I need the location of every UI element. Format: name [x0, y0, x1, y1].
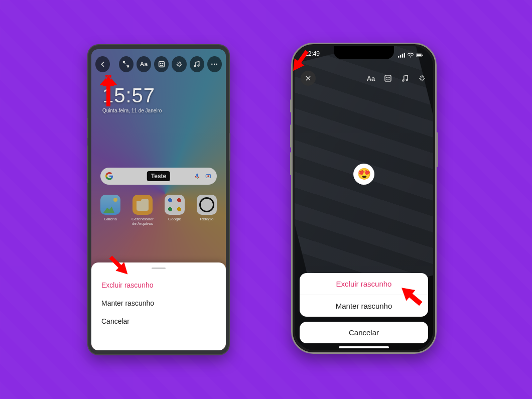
emoji-sticker[interactable]: 😍	[353, 164, 374, 185]
battery-icon	[416, 52, 423, 58]
google-search-bar[interactable]: Teste	[100, 168, 217, 185]
lens-icon	[205, 173, 212, 180]
cancel-option[interactable]: Cancelar	[300, 322, 428, 343]
sheet-grabber[interactable]	[152, 268, 166, 269]
app-google[interactable]: Google	[163, 195, 187, 226]
callout-arrow-ios-close	[289, 46, 313, 74]
callout-arrow-ios-delete	[396, 283, 427, 309]
back-button[interactable]	[95, 56, 110, 72]
svg-point-20	[406, 79, 408, 81]
app-files[interactable]: Gerenciador de Arquivos	[130, 195, 155, 226]
text-tool-icon[interactable]: Aa	[137, 56, 151, 72]
gallery-icon	[100, 195, 120, 215]
ios-story-toolbar: Aa	[301, 69, 427, 87]
svg-rect-8	[398, 56, 399, 58]
signal-icon	[398, 52, 405, 58]
svg-rect-14	[417, 54, 421, 56]
volume-up-button	[87, 118, 88, 138]
music-icon[interactable]	[190, 56, 204, 72]
svg-marker-24	[289, 48, 312, 74]
svg-point-1	[160, 63, 161, 64]
google-folder-icon	[165, 195, 185, 215]
side-button	[436, 132, 438, 167]
svg-marker-25	[397, 283, 425, 309]
svg-rect-15	[422, 55, 423, 56]
more-icon[interactable]: ⋯	[207, 56, 222, 72]
cancel-option[interactable]: Cancelar	[101, 312, 216, 330]
story-text-overlay[interactable]: Teste	[147, 171, 170, 181]
sticker-icon[interactable]	[154, 56, 169, 72]
callout-arrow-android-back	[99, 75, 117, 110]
google-logo-icon	[105, 172, 113, 180]
expand-icon[interactable]	[119, 56, 134, 72]
story-editor-toolbar: Aa ⋯	[91, 54, 226, 74]
svg-rect-9	[400, 55, 401, 57]
svg-point-18	[389, 77, 390, 78]
svg-point-19	[403, 80, 404, 81]
mic-icon	[194, 173, 201, 180]
keep-draft-option[interactable]: Manter rascunho	[101, 294, 216, 312]
effects-icon[interactable]	[172, 56, 186, 72]
svg-point-17	[386, 77, 387, 78]
volume-down	[290, 152, 292, 175]
home-indicator[interactable]	[339, 346, 389, 348]
svg-marker-23	[106, 253, 132, 279]
app-clock[interactable]: Relógio	[195, 195, 219, 226]
effects-icon[interactable]	[417, 73, 427, 83]
svg-rect-11	[404, 53, 405, 57]
files-icon	[132, 195, 153, 215]
clock-icon	[197, 195, 217, 215]
svg-rect-5	[196, 174, 198, 177]
stage: Aa ⋯ 15:57 Quinta-feira, 11 de Janeiro T…	[0, 0, 532, 399]
sticker-icon[interactable]	[383, 73, 393, 83]
text-tool-icon[interactable]: Aa	[366, 73, 376, 83]
svg-point-4	[198, 65, 199, 66]
svg-point-12	[410, 56, 411, 57]
svg-point-7	[207, 175, 209, 177]
svg-marker-22	[102, 75, 114, 106]
svg-point-2	[162, 63, 163, 64]
wifi-icon	[407, 52, 414, 58]
volume-up	[290, 124, 292, 148]
app-galeria[interactable]: Galeria	[98, 195, 122, 226]
music-icon[interactable]	[400, 73, 410, 83]
ios-status-bar: 12:49	[295, 50, 433, 60]
callout-arrow-android-sheet	[104, 251, 132, 279]
volume-rocker	[87, 146, 88, 183]
svg-rect-10	[402, 54, 403, 58]
home-apps-row: Galeria Gerenciador de Arquivos Google R…	[98, 195, 219, 226]
mute-switch	[290, 99, 292, 112]
power-button	[229, 133, 230, 161]
svg-point-3	[195, 66, 196, 67]
